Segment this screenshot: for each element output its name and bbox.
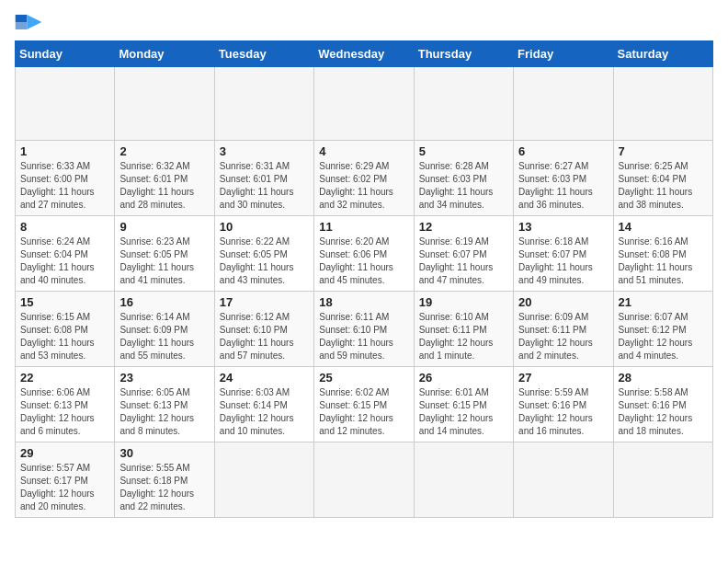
calendar-cell: 22Sunrise: 6:06 AMSunset: 6:13 PMDayligh… <box>16 367 115 442</box>
day-number: 29 <box>20 446 109 460</box>
calendar-cell: 2Sunrise: 6:32 AMSunset: 6:01 PMDaylight… <box>115 141 214 216</box>
day-number: 28 <box>619 371 708 385</box>
calendar-cell: 10Sunrise: 6:22 AMSunset: 6:05 PMDayligh… <box>214 216 313 292</box>
calendar-cell: 4Sunrise: 6:29 AMSunset: 6:02 PMDaylight… <box>314 141 414 216</box>
calendar-cell <box>514 442 613 518</box>
day-number: 30 <box>119 446 209 460</box>
calendar-cell <box>16 67 115 141</box>
day-number: 11 <box>319 220 408 234</box>
calendar-cell <box>214 67 313 141</box>
calendar-cell: 1Sunrise: 6:33 AMSunset: 6:00 PMDaylight… <box>16 141 115 216</box>
calendar-cell <box>613 67 712 141</box>
calendar-cell: 6Sunrise: 6:27 AMSunset: 6:03 PMDaylight… <box>514 141 613 216</box>
calendar-cell: 17Sunrise: 6:12 AMSunset: 6:10 PMDayligh… <box>214 292 313 367</box>
calendar-cell: 26Sunrise: 6:01 AMSunset: 6:15 PMDayligh… <box>414 367 513 442</box>
day-number: 16 <box>119 295 209 309</box>
day-number: 17 <box>220 295 309 309</box>
day-number: 25 <box>319 371 408 385</box>
day-detail: Sunrise: 6:25 AMSunset: 6:04 PMDaylight:… <box>619 160 708 212</box>
day-number: 1 <box>20 144 109 158</box>
calendar-week-3: 15Sunrise: 6:15 AMSunset: 6:08 PMDayligh… <box>16 292 713 367</box>
calendar-cell: 3Sunrise: 6:31 AMSunset: 6:01 PMDaylight… <box>214 141 313 216</box>
calendar-week-4: 22Sunrise: 6:06 AMSunset: 6:13 PMDayligh… <box>16 367 713 442</box>
calendar-cell <box>214 442 313 518</box>
day-number: 21 <box>619 295 708 309</box>
day-detail: Sunrise: 6:11 AMSunset: 6:10 PMDaylight:… <box>319 311 408 362</box>
calendar-cell: 18Sunrise: 6:11 AMSunset: 6:10 PMDayligh… <box>314 292 414 367</box>
calendar-cell: 9Sunrise: 6:23 AMSunset: 6:05 PMDaylight… <box>115 216 214 292</box>
svg-rect-0 <box>16 15 28 22</box>
day-number: 14 <box>619 220 708 234</box>
day-detail: Sunrise: 6:31 AMSunset: 6:01 PMDaylight:… <box>220 160 309 212</box>
day-number: 27 <box>518 371 608 385</box>
day-detail: Sunrise: 6:19 AMSunset: 6:07 PMDaylight:… <box>419 236 508 287</box>
day-detail: Sunrise: 6:28 AMSunset: 6:03 PMDaylight:… <box>419 160 508 212</box>
day-detail: Sunrise: 5:57 AMSunset: 6:17 PMDaylight:… <box>20 462 109 513</box>
day-number: 22 <box>20 371 109 385</box>
day-number: 15 <box>20 295 109 309</box>
calendar-cell: 20Sunrise: 6:09 AMSunset: 6:11 PMDayligh… <box>514 292 613 367</box>
day-number: 3 <box>220 144 309 158</box>
calendar-cell: 29Sunrise: 5:57 AMSunset: 6:17 PMDayligh… <box>16 442 115 518</box>
day-detail: Sunrise: 6:22 AMSunset: 6:05 PMDaylight:… <box>220 236 309 287</box>
day-number: 2 <box>119 144 209 158</box>
calendar-header-row: SundayMondayTuesdayWednesdayThursdayFrid… <box>16 41 713 67</box>
col-header-friday: Friday <box>514 41 613 67</box>
col-header-monday: Monday <box>115 41 214 67</box>
calendar-cell <box>314 67 414 141</box>
calendar-body: 1Sunrise: 6:33 AMSunset: 6:00 PMDaylight… <box>16 67 713 518</box>
calendar-week-5: 29Sunrise: 5:57 AMSunset: 6:17 PMDayligh… <box>16 442 713 518</box>
day-number: 7 <box>619 144 708 158</box>
logo-icon <box>15 15 42 29</box>
day-detail: Sunrise: 6:06 AMSunset: 6:13 PMDaylight:… <box>20 386 109 438</box>
day-detail: Sunrise: 6:33 AMSunset: 6:00 PMDaylight:… <box>20 160 109 212</box>
calendar-week-2: 8Sunrise: 6:24 AMSunset: 6:04 PMDaylight… <box>16 216 713 292</box>
day-detail: Sunrise: 6:20 AMSunset: 6:06 PMDaylight:… <box>319 236 408 287</box>
calendar-cell <box>514 67 613 141</box>
calendar-cell <box>115 67 214 141</box>
calendar-cell: 15Sunrise: 6:15 AMSunset: 6:08 PMDayligh… <box>16 292 115 367</box>
calendar-cell: 7Sunrise: 6:25 AMSunset: 6:04 PMDaylight… <box>613 141 712 216</box>
calendar-cell: 23Sunrise: 6:05 AMSunset: 6:13 PMDayligh… <box>115 367 214 442</box>
calendar-cell <box>613 442 712 518</box>
day-number: 18 <box>319 295 408 309</box>
calendar-cell: 11Sunrise: 6:20 AMSunset: 6:06 PMDayligh… <box>314 216 414 292</box>
calendar-cell: 28Sunrise: 5:58 AMSunset: 6:16 PMDayligh… <box>613 367 712 442</box>
col-header-wednesday: Wednesday <box>314 41 414 67</box>
calendar-cell: 8Sunrise: 6:24 AMSunset: 6:04 PMDaylight… <box>16 216 115 292</box>
day-detail: Sunrise: 6:32 AMSunset: 6:01 PMDaylight:… <box>119 160 209 212</box>
day-detail: Sunrise: 6:10 AMSunset: 6:11 PMDaylight:… <box>419 311 508 362</box>
day-detail: Sunrise: 6:15 AMSunset: 6:08 PMDaylight:… <box>20 311 109 362</box>
day-detail: Sunrise: 6:14 AMSunset: 6:09 PMDaylight:… <box>119 311 209 362</box>
day-number: 20 <box>518 295 608 309</box>
svg-marker-2 <box>27 15 41 29</box>
day-number: 9 <box>119 220 209 234</box>
day-detail: Sunrise: 6:01 AMSunset: 6:15 PMDaylight:… <box>419 386 508 438</box>
calendar-cell: 24Sunrise: 6:03 AMSunset: 6:14 PMDayligh… <box>214 367 313 442</box>
day-number: 23 <box>119 371 209 385</box>
calendar-cell: 16Sunrise: 6:14 AMSunset: 6:09 PMDayligh… <box>115 292 214 367</box>
day-detail: Sunrise: 6:16 AMSunset: 6:08 PMDaylight:… <box>619 236 708 287</box>
day-number: 4 <box>319 144 408 158</box>
day-detail: Sunrise: 6:27 AMSunset: 6:03 PMDaylight:… <box>518 160 608 212</box>
day-number: 12 <box>419 220 508 234</box>
calendar-cell: 14Sunrise: 6:16 AMSunset: 6:08 PMDayligh… <box>613 216 712 292</box>
day-number: 24 <box>220 371 309 385</box>
day-detail: Sunrise: 6:03 AMSunset: 6:14 PMDaylight:… <box>220 386 309 438</box>
calendar-week-0 <box>16 67 713 141</box>
calendar-cell: 25Sunrise: 6:02 AMSunset: 6:15 PMDayligh… <box>314 367 414 442</box>
day-detail: Sunrise: 6:23 AMSunset: 6:05 PMDaylight:… <box>119 236 209 287</box>
col-header-saturday: Saturday <box>613 41 712 67</box>
day-number: 8 <box>20 220 109 234</box>
calendar-cell: 27Sunrise: 5:59 AMSunset: 6:16 PMDayligh… <box>514 367 613 442</box>
day-number: 6 <box>518 144 608 158</box>
col-header-thursday: Thursday <box>414 41 513 67</box>
day-detail: Sunrise: 6:09 AMSunset: 6:11 PMDaylight:… <box>518 311 608 362</box>
page-header <box>15 15 713 31</box>
col-header-tuesday: Tuesday <box>214 41 313 67</box>
calendar-cell: 5Sunrise: 6:28 AMSunset: 6:03 PMDaylight… <box>414 141 513 216</box>
day-number: 10 <box>220 220 309 234</box>
calendar-cell: 21Sunrise: 6:07 AMSunset: 6:12 PMDayligh… <box>613 292 712 367</box>
day-number: 5 <box>419 144 508 158</box>
day-detail: Sunrise: 6:29 AMSunset: 6:02 PMDaylight:… <box>319 160 408 212</box>
